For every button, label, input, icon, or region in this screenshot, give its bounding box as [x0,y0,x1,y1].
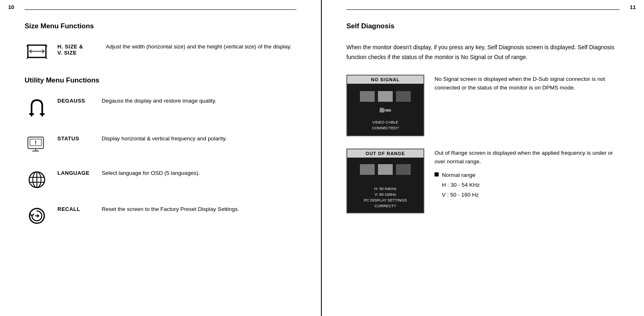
degauss-label: DEGAUSS [57,98,94,104]
recall-label: RECALL [57,206,94,212]
status-icon-box: ! [25,136,49,153]
globe-icon [28,171,46,189]
out-of-range-screen: OUT OF RANGE H: 30-54KHz V: 50-160Hz PC … [346,149,424,213]
out-range-gray-blocks [360,164,411,175]
recall-icon [28,207,46,225]
v-range-line: V : 50 - 160 Hz [435,190,619,200]
no-signal-desc: No Signal screen is displayed when the D… [435,75,619,92]
language-desc: Select language for OSD (5 languages). [102,169,296,177]
gray-block-2 [378,91,393,102]
status-item: ! STATUS Display horizontal & vertical f… [25,135,296,153]
svg-line-3 [27,57,28,59]
hsize-vsize-item: H. SIZE & V. SIZE Adjust the width (hori… [25,43,296,60]
gray-block-1 [360,91,375,102]
right-page: 11 Self Diagnosis When the monitor doesn… [322,0,644,316]
page-spread: 10 Size Menu Functions H. SIZE & [0,0,644,316]
no-signal-screen: NO SIGNAL [346,75,424,136]
page-number-left: 10 [8,4,14,10]
h-range-line: H : 30 - 54 KHz [435,180,619,190]
normal-range-bullet: Normal range [435,170,619,180]
svg-rect-20 [385,109,391,112]
top-rule-right [346,9,619,10]
svg-rect-19 [380,108,385,112]
cable-icon [379,106,392,116]
status-label: STATUS [57,135,94,142]
page-number-right: 11 [630,4,636,10]
out-gray-block-3 [396,164,411,175]
degauss-item: DEGAUSS Degauss the display and restore … [25,97,296,118]
normal-range-list: Normal range H : 30 - 54 KHz V : 50 - 16… [435,170,619,200]
cable-svg [379,106,392,115]
status-desc: Display horizontal & vertical frequency … [102,135,296,143]
status-icon: ! [27,136,47,153]
degauss-desc: Degauss the display and restore image qu… [102,97,296,105]
normal-range-label: Normal range [442,170,476,180]
svg-line-4 [46,57,47,59]
svg-text:!: ! [35,140,36,146]
size-menu-title: Size Menu Functions [25,22,296,30]
degauss-icon-box [25,98,49,118]
utility-menu-title: Utility Menu Functions [25,76,296,85]
h-range: H : 30 - 54 KHz [442,182,480,188]
no-signal-row: NO SIGNAL [346,75,619,136]
svg-rect-23 [382,108,383,109]
out-gray-block-1 [360,164,375,175]
out-gray-block-2 [378,164,393,175]
language-label: LANGUAGE [57,170,94,176]
svg-rect-22 [380,108,381,109]
intro-text: When the monitor doesn't display, if you… [346,43,619,62]
v-range: V : 50 - 160 Hz [442,192,479,198]
hsize-desc: Adjust the width (horizontal size) and t… [106,43,296,51]
language-item: LANGUAGE Select language for OSD (5 lang… [25,169,296,189]
out-of-range-desc: Out of Range screen is displayed when th… [435,149,619,200]
hsize-label: H. SIZE & V. SIZE [57,44,94,56]
left-page: 10 Size Menu Functions H. SIZE & [0,0,322,316]
out-of-range-header: OUT OF RANGE [347,149,423,158]
bullet-square [435,172,439,176]
top-rule-left [25,9,296,10]
recall-item: RECALL Reset the screen to the Factory P… [25,205,296,225]
degauss-icon [28,98,46,118]
no-signal-gray-blocks [360,91,411,102]
no-signal-bottom: VIDEO CABLE CONNECTED? [372,119,398,131]
self-diagnosis-title: Self Diagnosis [346,22,619,30]
gray-block-3 [396,91,411,102]
no-signal-header: NO SIGNAL [347,76,423,84]
recall-desc: Reset the screen to the Factory Preset D… [102,205,296,213]
monitor-resize-icon [26,44,48,60]
recall-icon-box [25,207,49,225]
language-icon-box [25,171,49,189]
out-of-range-row: OUT OF RANGE H: 30-54KHz V: 50-160Hz PC … [346,149,619,213]
monitor-icon-box [25,44,49,60]
out-of-range-bottom: H: 30-54KHz V: 50-160Hz PC DISPLAY SETTI… [364,186,407,209]
